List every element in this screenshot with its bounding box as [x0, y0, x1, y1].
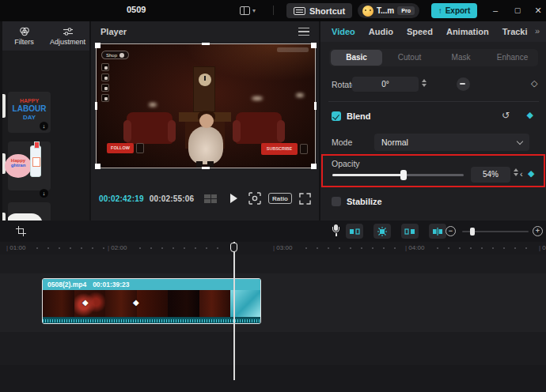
subtab-mask[interactable]: Mask	[435, 50, 487, 66]
ruler-label: 03:00	[273, 244, 292, 251]
tab-adjustment[interactable]: Adjustment	[46, 21, 89, 51]
menu-icon[interactable]	[298, 28, 309, 36]
rotate-stepper[interactable]	[422, 79, 427, 87]
layout-icon	[240, 6, 250, 15]
split-left-button[interactable]	[346, 224, 363, 239]
overlay-follow-button: FOLLOW	[107, 143, 134, 153]
preview-quality-icon[interactable]	[248, 192, 261, 205]
rotate-keyframe-icon[interactable]: ◇	[531, 78, 537, 89]
ratio-button[interactable]: Ratio	[268, 193, 292, 204]
stabilize-checkbox[interactable]	[332, 197, 341, 206]
play-button[interactable]	[230, 194, 237, 203]
playhead-line[interactable]	[233, 242, 235, 380]
zoom-out-button[interactable]: −	[446, 226, 456, 236]
blend-reset-icon[interactable]: ↺	[502, 110, 510, 121]
rotate-dial[interactable]	[457, 77, 470, 91]
sticker-text: HAPPY LABOUR DAY	[8, 92, 51, 121]
keyboard-icon	[294, 7, 305, 15]
ruler-label: 04:00	[405, 244, 424, 251]
sticker-elephant[interactable]	[8, 202, 51, 220]
download-icon[interactable]: ↓	[40, 189, 48, 198]
opacity-keyframe-icon[interactable]: ◆	[528, 168, 534, 179]
split-icon	[432, 228, 443, 236]
clip-name: 0508(2).mp4	[47, 281, 86, 288]
selection-handle[interactable]	[95, 102, 97, 110]
close-button[interactable]: ✕	[532, 4, 544, 17]
sticker-partial	[2, 94, 6, 118]
mode-row: Mode Normal	[332, 134, 537, 151]
maximize-button[interactable]: ▢	[511, 4, 524, 17]
timeline-zoom-handle[interactable]	[470, 228, 475, 236]
sticker-line: ghtran	[5, 163, 32, 168]
more-tabs-icon[interactable]: »	[535, 26, 540, 36]
overlay-icon-stack	[101, 63, 109, 102]
selection-handle[interactable]	[311, 43, 317, 48]
frame-view-icon[interactable]	[204, 194, 217, 203]
zoom-in-button[interactable]: +	[533, 226, 543, 236]
fullscreen-icon[interactable]	[299, 193, 311, 205]
timeline-zoom-slider[interactable]	[462, 231, 529, 232]
subtab-enhance[interactable]: Enhance	[487, 50, 538, 66]
video-clip[interactable]: 0508(2).mp4 00:01:39:23 ◆ ◆	[42, 278, 261, 324]
left-panel-tabs: Filters Adjustment	[2, 21, 89, 51]
rotate-input[interactable]: 0°	[352, 77, 419, 92]
player-title: Player	[100, 27, 127, 36]
tab-adjustment-label: Adjustment	[50, 38, 85, 46]
previous-keyframe-icon[interactable]: ‹	[520, 169, 523, 179]
selection-handle[interactable]	[95, 43, 100, 48]
minimize-button[interactable]: –	[489, 4, 502, 17]
export-button[interactable]: ↑ Export	[431, 3, 477, 18]
timeline-tracks[interactable]: 0508(2).mp4 00:01:39:23 ◆ ◆	[0, 254, 546, 392]
split-button[interactable]	[429, 224, 446, 239]
tab-animation[interactable]: Animation	[446, 27, 489, 36]
selection-handle[interactable]	[95, 164, 100, 169]
main-area: Filters Adjustment HAPPY LABOUR	[0, 21, 546, 220]
blend-mode-dropdown[interactable]: Normal	[374, 134, 529, 151]
clip-keyframe-icon[interactable]: ◆	[82, 298, 89, 307]
opacity-slider-handle[interactable]	[400, 170, 407, 180]
playhead-handle[interactable]	[230, 243, 237, 252]
export-label: Export	[446, 6, 471, 15]
selection-handle[interactable]	[202, 167, 210, 169]
microphone-icon[interactable]	[332, 224, 340, 237]
subtab-cutout[interactable]: Cutout	[384, 50, 435, 66]
subtab-basic[interactable]: Basic	[331, 50, 382, 66]
blend-checkbox[interactable]	[332, 111, 341, 121]
tab-speed[interactable]: Speed	[407, 27, 433, 36]
sticker-labour-day[interactable]: HAPPY LABOUR DAY ↓	[8, 92, 51, 133]
clip-filmstrip: ◆ ◆	[43, 290, 260, 317]
selection-handle[interactable]	[314, 102, 317, 110]
tab-audio[interactable]: Audio	[369, 27, 393, 36]
blend-keyframe-icon[interactable]: ◆	[527, 110, 533, 120]
download-icon[interactable]: ↓	[40, 122, 48, 130]
tab-video[interactable]: Video	[332, 27, 355, 36]
crop-icon[interactable]	[16, 226, 26, 236]
chevron-down-icon: ▾	[252, 7, 256, 14]
opacity-value[interactable]: 54%	[471, 167, 510, 183]
selection-handle[interactable]	[311, 164, 317, 169]
ruler-ticks	[36, 247, 104, 249]
sticker-happy-bottle[interactable]: Happy ghtran ↓	[8, 141, 51, 190]
opacity-stepper[interactable]	[514, 168, 518, 176]
sticker-partial	[2, 213, 6, 220]
timeline-ruler[interactable]: 01:00 02:00 03:00 04:00 0	[0, 242, 546, 254]
clip-keyframe-icon[interactable]: ◆	[133, 298, 139, 307]
shortcut-button[interactable]: Shortcut	[286, 3, 352, 18]
timeline: − + 01:00 02:00 03:00 04:00 0 0508(2).mp…	[0, 220, 546, 392]
selection-handle[interactable]	[202, 43, 210, 45]
filters-icon	[19, 27, 30, 36]
ruler-label: 02:00	[108, 244, 127, 251]
clip-audio-waveform	[43, 317, 260, 323]
sticker-circle: Happy ghtran	[5, 154, 32, 178]
freeze-frame-button[interactable]	[373, 224, 391, 239]
inspector-subtabs: Basic Cutout Mask Enhance	[329, 49, 538, 66]
shop-icon	[119, 53, 124, 58]
split-right-button[interactable]	[401, 224, 419, 239]
tab-tracking[interactable]: Tracki	[502, 27, 528, 36]
stepper-up-icon	[514, 168, 518, 172]
opacity-slider[interactable]	[332, 174, 464, 176]
account-button[interactable]: T...m Pro	[358, 3, 419, 18]
tab-filters[interactable]: Filters	[2, 21, 46, 51]
layout-switcher[interactable]: ▾	[240, 5, 264, 17]
video-preview[interactable]: Shop FOLLOW SUBSCRIBE	[97, 44, 315, 168]
